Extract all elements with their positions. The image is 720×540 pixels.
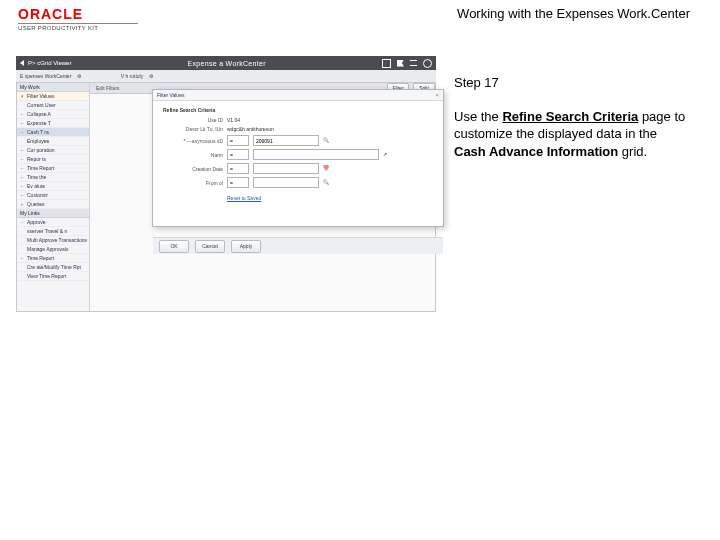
gear-icon[interactable] [423, 59, 432, 68]
product-name: USER PRODUCTIVITY KIT [18, 25, 138, 31]
field-label: From ol [163, 180, 223, 186]
sidebar-section-mywork[interactable]: My Work [17, 83, 89, 92]
breadcrumb-bar: E xpenses WorkCenter ⚙ V h rottoly ⚙ [16, 70, 436, 83]
sidebar-item[interactable]: Multi Approve Transactions [17, 236, 89, 245]
main-panel: Edit Filters Filter Split 1 to 1 of 1 Fi… [90, 83, 435, 311]
sidebar-item[interactable]: Current User [17, 101, 89, 110]
apply-button[interactable]: Apply [231, 240, 261, 253]
sidebar-item[interactable]: –Cor poration [17, 146, 89, 155]
value-input[interactable] [253, 135, 319, 146]
field-label: Use ID [163, 117, 223, 123]
value-input[interactable] [253, 163, 319, 174]
lookup-icon[interactable]: 🔍 [323, 137, 331, 145]
instruction-panel: Step 17 Use the Refine Search Criteria p… [446, 56, 716, 530]
sidebar-item[interactable]: –Cash T ra [17, 128, 89, 137]
field-label: Narm [163, 152, 223, 158]
modal-heading: Refine Search Criteria [163, 107, 433, 113]
sidebar-item[interactable]: –Ev alute [17, 182, 89, 191]
menu-icon[interactable] [410, 60, 417, 66]
viewer-label: P> cGrid Viewer [28, 60, 71, 66]
reset-link[interactable]: Reset to Saved [227, 195, 261, 201]
sidebar-item[interactable]: ▾Filter Values [17, 92, 89, 101]
gear-icon[interactable]: ⚙ [77, 73, 81, 79]
value-input[interactable] [253, 177, 319, 188]
sidebar-item[interactable]: –Approve [17, 218, 89, 227]
sidebar-item[interactable]: sserver Travel & n [17, 227, 89, 236]
modal-title: Filter Values [157, 92, 184, 98]
flag-icon[interactable] [397, 60, 404, 67]
sidebar-item[interactable]: –Time Report [17, 164, 89, 173]
sidebar-item[interactable]: –Time the [17, 173, 89, 182]
operator-select[interactable] [227, 177, 249, 188]
field-value: V1.04 [227, 117, 240, 123]
sidebar-item[interactable]: Employee [17, 137, 89, 146]
refine-search-modal: Filter Values × Refine Search Criteria U… [152, 89, 444, 227]
breadcrumb-right[interactable]: V h rottoly [121, 73, 144, 79]
lookup-icon[interactable]: 🔍 [323, 179, 331, 187]
sidebar-item[interactable]: –Collapse A [17, 110, 89, 119]
sidebar-item[interactable]: View Time Report [17, 272, 89, 281]
sidebar-item[interactable]: –Time Report [17, 254, 89, 263]
brand: ORACLE USER PRODUCTIVITY KIT [18, 6, 138, 31]
sidebar-item[interactable]: –Customiz [17, 191, 89, 200]
operator-select[interactable] [227, 135, 249, 146]
page-title: Working with the Expenses Work.Center [457, 6, 720, 21]
sidebar-section-links[interactable]: My Links [17, 209, 89, 218]
step-label: Step 17 [454, 74, 690, 92]
ok-button[interactable]: OK [159, 240, 189, 253]
cancel-button[interactable]: Cancel [195, 240, 225, 253]
gear-icon[interactable]: ⚙ [149, 73, 153, 79]
value-input[interactable] [253, 149, 379, 160]
sidebar-item[interactable]: –Repor ts [17, 155, 89, 164]
sidebar-item[interactable]: Manage Approvals [17, 245, 89, 254]
close-icon[interactable]: × [435, 92, 439, 98]
operator-select[interactable] [227, 163, 249, 174]
instruction-text: Use the Refine Search Criteria page to c… [454, 108, 690, 161]
calendar-icon[interactable]: 📅 [323, 165, 331, 173]
sidebar-item[interactable]: –Expense T [17, 119, 89, 128]
app-screenshot: P> cGrid Viewer Expense a WorkCenter E x… [16, 56, 436, 530]
sidebar: My Work ▾Filter Values Current User –Col… [17, 83, 90, 311]
link-icon[interactable]: ↗ [383, 151, 391, 159]
back-icon[interactable] [20, 60, 24, 66]
breadcrumb-left[interactable]: E xpenses WorkCenter [20, 73, 71, 79]
field-value: wdgc&h antithoreson [227, 126, 274, 132]
field-label: Creation Date [163, 166, 223, 172]
field-label: Descr Lk Tu, IUn [163, 126, 223, 132]
app-title: Expense a WorkCenter [75, 60, 378, 67]
vendor-logo: ORACLE [18, 6, 138, 24]
sidebar-item[interactable]: +Queries [17, 200, 89, 209]
app-titlebar: P> cGrid Viewer Expense a WorkCenter [16, 56, 436, 70]
sidebar-item[interactable]: Cre ate/Modify Time Rpt [17, 263, 89, 272]
field-label: * —asyncsous sD [163, 138, 223, 144]
home-icon[interactable] [382, 59, 391, 68]
operator-select[interactable] [227, 149, 249, 160]
tab-edit-filters[interactable]: Edit Filters [96, 85, 120, 91]
